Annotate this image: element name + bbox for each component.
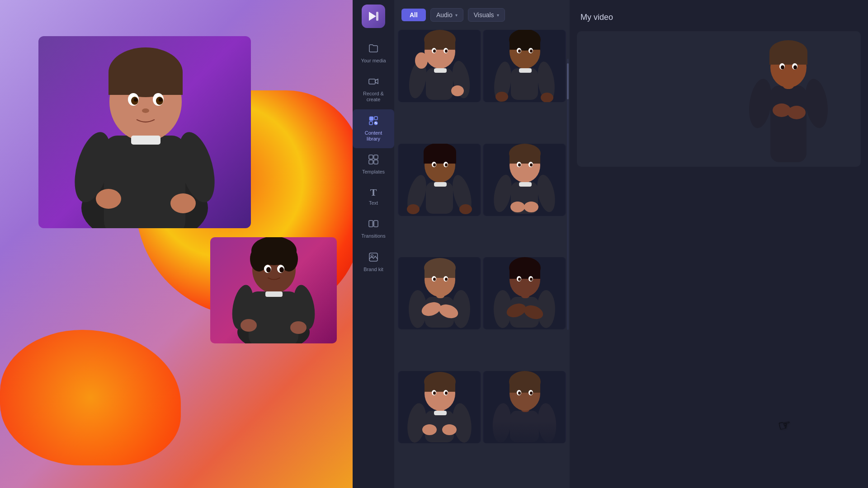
svg-point-98	[524, 202, 538, 212]
svg-rect-37	[374, 117, 377, 120]
svg-point-97	[510, 202, 525, 212]
sidebar-item-templates[interactable]: Templates	[353, 148, 394, 181]
svg-rect-159	[509, 382, 540, 393]
svg-rect-77	[519, 68, 532, 73]
sidebar-item-your-media[interactable]: Your media	[353, 37, 394, 70]
right-panel-content	[577, 31, 861, 167]
svg-point-67	[495, 92, 508, 102]
text-icon: T	[370, 188, 377, 197]
templates-icon	[368, 155, 378, 166]
svg-point-15	[159, 98, 162, 102]
avatar-thumb-1[interactable]	[398, 30, 481, 102]
svg-rect-49	[426, 68, 453, 100]
svg-rect-45	[374, 221, 378, 227]
sidebar-label-content-library: Contentlibrary	[365, 130, 382, 142]
svg-point-75	[518, 50, 521, 53]
svg-rect-17	[131, 136, 160, 145]
avatar-4-svg	[483, 144, 566, 216]
svg-point-76	[530, 50, 533, 53]
content-library-icon	[368, 116, 378, 127]
video-panel-secondary	[210, 237, 337, 343]
avatar-thumb-3[interactable]	[398, 144, 481, 216]
svg-point-176	[793, 66, 797, 70]
svg-rect-1	[104, 136, 185, 228]
my-video-title: My video	[570, 0, 868, 31]
svg-point-32	[279, 267, 284, 272]
svg-rect-164	[770, 85, 807, 162]
svg-point-14	[134, 98, 137, 102]
svg-rect-155	[484, 421, 565, 443]
svg-rect-33	[265, 291, 283, 297]
sidebar-item-transitions[interactable]: Transitions	[353, 212, 394, 245]
svg-point-121	[445, 278, 448, 281]
svg-rect-57	[425, 40, 455, 50]
avatar-thumb-6[interactable]	[483, 257, 566, 329]
svg-point-68	[541, 93, 553, 102]
svg-point-4	[96, 189, 121, 209]
svg-point-148	[433, 391, 436, 394]
logo-icon	[367, 10, 380, 23]
svg-rect-131	[509, 268, 540, 279]
avatar-1-svg	[398, 30, 481, 102]
app-logo[interactable]	[362, 5, 385, 28]
avatar-thumb-7[interactable]	[398, 371, 481, 443]
svg-rect-35	[369, 79, 375, 84]
svg-point-106	[530, 163, 533, 166]
audio-dropdown-arrow: ▾	[455, 13, 458, 18]
avatar-7-svg	[398, 371, 481, 443]
avatar-secondary-svg	[210, 237, 337, 343]
transitions-icon	[368, 219, 378, 230]
svg-point-83	[459, 204, 472, 214]
svg-rect-87	[424, 152, 456, 164]
svg-rect-36	[369, 117, 373, 121]
svg-point-167	[773, 103, 791, 117]
audio-label: Audio	[436, 11, 453, 19]
sidebar-item-content-library[interactable]: Contentlibrary	[353, 109, 394, 148]
brand-kit-icon	[368, 252, 378, 264]
svg-rect-41	[374, 155, 378, 159]
svg-point-162	[518, 391, 521, 394]
avatar-6-svg	[483, 257, 566, 329]
svg-rect-79	[426, 182, 453, 214]
svg-point-140	[422, 424, 437, 435]
svg-rect-40	[369, 155, 373, 159]
avatar-thumb-2[interactable]	[483, 30, 566, 102]
scrollbar-track[interactable]	[567, 59, 569, 330]
avatar-thumb-8[interactable]	[483, 371, 566, 443]
filter-audio-button[interactable]: Audio ▾	[430, 8, 463, 22]
svg-rect-117	[425, 268, 455, 278]
svg-rect-92	[434, 182, 447, 187]
svg-point-16	[142, 108, 149, 113]
svg-point-22	[241, 319, 257, 332]
sidebar-item-text[interactable]: T Text	[353, 181, 394, 212]
sidebar: Your media Record &create Contentlibrary	[353, 0, 394, 488]
svg-point-61	[445, 50, 448, 53]
svg-rect-102	[509, 154, 540, 164]
right-panel-avatar-svg	[743, 40, 834, 167]
video-panel-main	[38, 36, 251, 228]
visuals-dropdown-arrow: ▾	[497, 13, 499, 18]
svg-rect-38	[369, 122, 373, 125]
svg-point-134	[518, 278, 521, 281]
svg-point-135	[530, 278, 533, 281]
svg-rect-150	[434, 411, 447, 415]
svg-point-165	[746, 77, 775, 130]
scrollbar-thumb[interactable]	[567, 63, 569, 99]
svg-point-23	[290, 321, 307, 334]
svg-point-39	[374, 121, 378, 125]
sidebar-item-brand-kit[interactable]: Brand kit	[353, 246, 394, 279]
filter-all-button[interactable]: All	[401, 9, 426, 21]
filter-visuals-button[interactable]: Visuals ▾	[468, 8, 505, 22]
sidebar-label-transitions: Transitions	[361, 233, 385, 239]
sidebar-item-record-create[interactable]: Record &create	[353, 70, 394, 109]
content-panel: All Audio ▾ Visuals ▾	[394, 0, 570, 488]
svg-point-82	[407, 204, 420, 214]
svg-rect-9	[108, 72, 183, 95]
avatar-thumb-5[interactable]	[398, 257, 481, 329]
svg-point-141	[442, 424, 457, 435]
svg-rect-34	[376, 12, 378, 21]
canvas-area	[0, 0, 353, 488]
right-panel: My video ☞	[570, 0, 868, 488]
avatar-thumb-4[interactable]	[483, 144, 566, 216]
sidebar-label-brand-kit: Brand kit	[363, 267, 383, 272]
